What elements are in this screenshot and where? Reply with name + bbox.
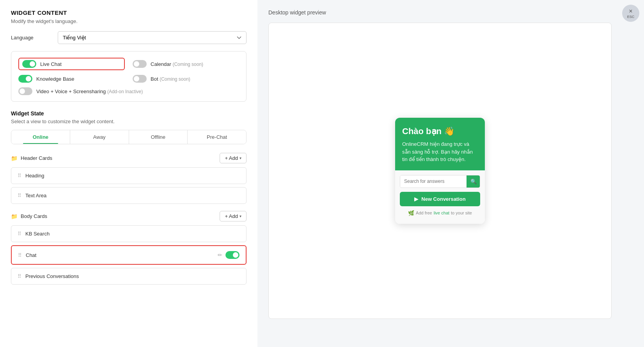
language-select[interactable]: Tiếng Việt English French Spanish: [58, 31, 247, 44]
chat-card: ⠿ Chat ✏: [11, 245, 247, 265]
body-cards-header: 📁 Body Cards + Add ▾: [11, 211, 247, 221]
wave-emoji: 👋: [444, 126, 454, 136]
bot-toggle[interactable]: [133, 75, 147, 83]
widget-header: Chào bạn 👋 OnlineCRM hiện đang trực và s…: [395, 118, 485, 170]
widget-footer: 🌿 Add free live chat to your site: [400, 210, 480, 219]
bot-toggle-item: Bot (Coming soon): [133, 75, 239, 83]
text-area-card-label: Text Area: [25, 193, 240, 198]
chevron-down-icon: ▾: [240, 156, 241, 160]
drag-handle-icon[interactable]: ⠿: [18, 231, 21, 237]
page-title: WIDGET CONTENT: [11, 9, 247, 16]
tab-prechat[interactable]: Pre-Chat: [188, 130, 246, 144]
send-icon: ▶: [414, 196, 418, 202]
tab-away[interactable]: Away: [70, 130, 129, 144]
drag-handle-icon[interactable]: ⠿: [18, 173, 21, 179]
edit-chat-button[interactable]: ✏: [218, 252, 222, 258]
widget-search-input[interactable]: [400, 175, 467, 187]
language-row: Language Tiếng Việt English French Spani…: [11, 31, 247, 44]
knowledge-base-label: Knowledge Base: [36, 76, 75, 82]
left-panel: WIDGET CONTENT Modify the widget's langu…: [0, 0, 257, 347]
widget-search-bar: 🔍: [400, 175, 480, 188]
chat-card-label: Chat: [26, 252, 214, 258]
body-cards-add-button[interactable]: + Add ▾: [220, 211, 247, 221]
body-cards-label: 📁 Body Cards: [11, 213, 47, 220]
language-label: Language: [11, 35, 58, 41]
widget-body: 🔍 ▶ New Conversation 🌿 Add free live cha…: [395, 170, 485, 224]
header-cards-label: 📁 Header Cards: [11, 155, 52, 161]
header-cards-section: 📁 Header Cards + Add ▾ ⠿ Heading ⠿ Text …: [11, 153, 247, 204]
chat-card-actions: ✏: [218, 251, 240, 259]
knowledge-base-toggle[interactable]: [18, 75, 32, 83]
heading-card: ⠿ Heading: [11, 167, 247, 184]
toggles-box: Live Chat Calendar (Coming soon) Knowled…: [11, 51, 247, 102]
drag-handle-icon[interactable]: ⠿: [18, 252, 22, 258]
right-panel: × ESC Desktop widget preview Chào bạn 👋 …: [257, 0, 644, 347]
calendar-label: Calendar (Coming soon): [151, 61, 203, 67]
widget-description: OnlineCRM hiện đang trực và sẵn sàng hỗ …: [402, 140, 478, 163]
tab-online[interactable]: Online: [11, 130, 70, 144]
live-chat-label: Live Chat: [40, 61, 62, 67]
header-cards-add-button[interactable]: + Add ▾: [220, 153, 247, 163]
widget-state-tabs: Online Away Offline Pre-Chat: [11, 130, 247, 144]
bot-label: Bot (Coming soon): [151, 76, 190, 82]
body-cards-section: 📁 Body Cards + Add ▾ ⠿ KB Search ⠿ Chat …: [11, 211, 247, 285]
previous-conversations-label: Previous Conversations: [25, 273, 240, 279]
drag-handle-icon[interactable]: ⠿: [18, 273, 21, 279]
folder-icon: 📁: [11, 213, 18, 220]
video-toggle-item: Video + Voice + Screensharing (Add-on In…: [18, 87, 239, 95]
heading-card-label: Heading: [25, 173, 240, 179]
page-subtitle: Modify the widget's language.: [11, 18, 247, 24]
folder-icon: 📁: [11, 155, 18, 161]
header-cards-header: 📁 Header Cards + Add ▾: [11, 153, 247, 163]
close-icon: ×: [629, 8, 632, 14]
close-button[interactable]: × ESC: [622, 5, 639, 22]
kb-search-card-label: KB Search: [25, 231, 240, 237]
text-area-card: ⠿ Text Area: [11, 187, 247, 204]
esc-label: ESC: [627, 15, 635, 19]
live-chat-toggle[interactable]: [22, 60, 36, 68]
widget-preview: Chào bạn 👋 OnlineCRM hiện đang trực và s…: [395, 118, 485, 224]
live-chat-toggle-item: Live Chat: [18, 58, 125, 70]
chevron-down-icon: ▾: [240, 214, 241, 218]
previous-conversations-card: ⠿ Previous Conversations: [11, 268, 247, 285]
chat-toggle[interactable]: [225, 251, 240, 259]
drag-handle-icon[interactable]: ⠿: [18, 193, 21, 198]
knowledge-base-toggle-item: Knowledge Base: [18, 75, 125, 83]
widget-greeting: Chào bạn 👋: [402, 126, 478, 136]
footer-suffix: to your site: [451, 211, 472, 215]
widget-state-subtitle: Select a view to customize the widget co…: [11, 119, 247, 124]
new-conversation-button[interactable]: ▶ New Conversation: [400, 192, 480, 206]
video-label: Video + Voice + Screensharing (Add-on In…: [36, 89, 143, 94]
video-toggle[interactable]: [18, 87, 32, 95]
widget-search-button[interactable]: 🔍: [467, 175, 480, 188]
leaf-icon: 🌿: [408, 210, 414, 216]
tab-offline[interactable]: Offline: [129, 130, 188, 144]
footer-link[interactable]: live chat: [434, 211, 449, 215]
preview-area: Chào bạn 👋 OnlineCRM hiện đang trực và s…: [268, 23, 612, 319]
calendar-toggle-item: Calendar (Coming soon): [133, 58, 239, 70]
kb-search-card: ⠿ KB Search: [11, 225, 247, 242]
footer-prefix: Add free: [416, 211, 432, 215]
calendar-toggle[interactable]: [133, 60, 147, 68]
widget-state-title: Widget State: [11, 110, 247, 117]
preview-title: Desktop widget preview: [268, 9, 633, 16]
